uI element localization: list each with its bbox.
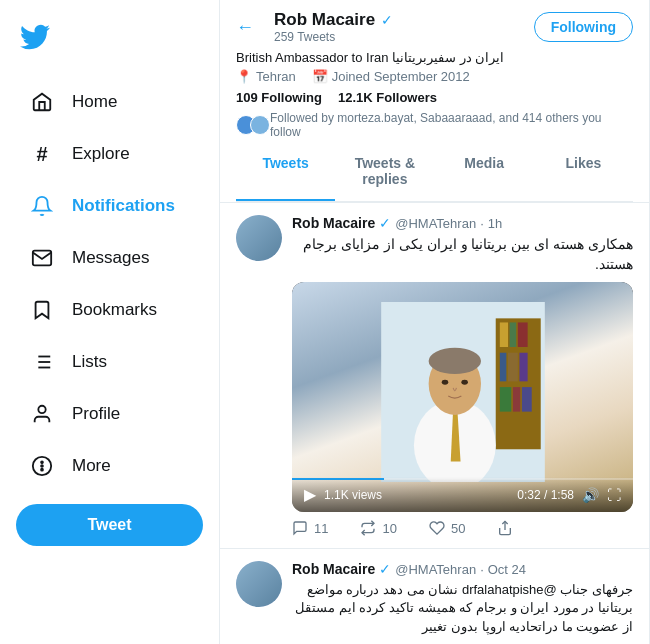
reply-action[interactable]: 11: [292, 520, 328, 536]
tweet-1-handle: @HMATehran: [395, 216, 476, 231]
tweet-2-body: Rob Macaire ✓ @HMATehran · Oct 24 جرفهای…: [292, 561, 633, 640]
tweet-1-video[interactable]: ▶ 1.1K views 0:32 / 1:58 🔊 ⛶: [292, 282, 633, 512]
tweet-1-header: Rob Macaire ✓ @HMATehran · 1h: [292, 215, 633, 231]
follower-avatars: [236, 115, 264, 135]
tweet-1-body: Rob Macaire ✓ @HMATehran · 1h همکاری هست…: [292, 215, 633, 536]
retweet-count: 10: [382, 521, 396, 536]
follower-avatar-2: [250, 115, 270, 135]
video-person: [373, 302, 553, 482]
sidebar-item-profile-label: Profile: [72, 404, 120, 424]
explore-icon: #: [28, 140, 56, 168]
tweet-2-avatar: [236, 561, 282, 607]
main-content: ← Rob Macaire ✓ 259 Tweets Following Bri…: [220, 0, 650, 644]
svg-rect-17: [508, 353, 518, 382]
tweet-2: Rob Macaire ✓ @HMATehran · Oct 24 جرفهای…: [220, 549, 649, 644]
bookmarks-icon: [28, 296, 56, 324]
share-action[interactable]: [497, 520, 513, 536]
svg-point-10: [41, 469, 43, 471]
sidebar-item-notifications[interactable]: Notifications: [8, 182, 211, 230]
sidebar: Home # Explore Notifications Messages Bo…: [0, 0, 220, 644]
retweet-action[interactable]: 10: [360, 520, 396, 536]
profile-meta: 📍 Tehran 📅 Joined September 2012: [236, 69, 633, 84]
more-icon: [28, 452, 56, 480]
tweet-2-handle: @HMATehran: [395, 562, 476, 577]
like-action[interactable]: 50: [429, 520, 465, 536]
profile-stats: 109 Following 12.1K Followers: [236, 90, 633, 105]
tab-likes[interactable]: Likes: [534, 143, 633, 201]
svg-rect-19: [499, 387, 510, 412]
location-meta: 📍 Tehran: [236, 69, 296, 84]
sidebar-item-messages[interactable]: Messages: [8, 234, 211, 282]
svg-point-6: [38, 406, 45, 413]
tab-tweets-replies[interactable]: Tweets & replies: [335, 143, 434, 201]
notifications-icon: [28, 192, 56, 220]
sidebar-item-lists-label: Lists: [72, 352, 107, 372]
profile-bio: British Ambassador to Iran ایران در سفیر…: [236, 50, 633, 65]
lists-icon: [28, 348, 56, 376]
sidebar-item-more-label: More: [72, 456, 111, 476]
tweet-1-verified: ✓: [379, 215, 391, 231]
tab-tweets[interactable]: Tweets: [236, 143, 335, 201]
sidebar-item-home[interactable]: Home: [8, 78, 211, 126]
tweet-count: 259 Tweets: [274, 30, 393, 44]
svg-rect-16: [499, 353, 506, 382]
messages-icon: [28, 244, 56, 272]
sidebar-item-home-label: Home: [72, 92, 117, 112]
tweet-2-author: Rob Macaire: [292, 561, 375, 577]
following-button[interactable]: Following: [534, 12, 633, 42]
sidebar-item-more[interactable]: More: [8, 442, 211, 490]
home-icon: [28, 88, 56, 116]
followed-by-text: Followed by morteza.bayat, Sabaaaraaad, …: [270, 111, 633, 139]
fullscreen-button[interactable]: ⛶: [607, 487, 621, 503]
following-stat[interactable]: 109 Following: [236, 90, 322, 105]
tweet-1-text: همکاری هسته ای بین بریتانیا و ایران یکی …: [292, 235, 633, 274]
profile-name: Rob Macaire: [274, 10, 375, 30]
followers-stat[interactable]: 12.1K Followers: [338, 90, 437, 105]
tweet-1-author: Rob Macaire: [292, 215, 375, 231]
like-count: 50: [451, 521, 465, 536]
svg-point-28: [461, 380, 468, 385]
tweet-button[interactable]: Tweet: [16, 504, 203, 546]
profile-icon: [28, 400, 56, 428]
joined-meta: 📅 Joined September 2012: [312, 69, 470, 84]
tweet-2-header: Rob Macaire ✓ @HMATehran · Oct 24: [292, 561, 633, 577]
verified-icon: ✓: [381, 12, 393, 28]
svg-rect-20: [512, 387, 519, 412]
sidebar-item-lists[interactable]: Lists: [8, 338, 211, 386]
location-icon: 📍: [236, 69, 252, 84]
tweet-1: Rob Macaire ✓ @HMATehran · 1h همکاری هست…: [220, 203, 649, 549]
volume-button[interactable]: 🔊: [582, 487, 599, 503]
tweet-2-verified: ✓: [379, 561, 391, 577]
video-controls[interactable]: ▶ 1.1K views 0:32 / 1:58 🔊 ⛶: [292, 477, 633, 512]
svg-rect-15: [517, 323, 527, 348]
video-timestamp: 0:32 / 1:58: [517, 488, 574, 502]
play-button[interactable]: ▶: [304, 485, 316, 504]
svg-rect-14: [509, 323, 516, 348]
tweet-2-text: جرفهای جناب @drfalahatpishe نشان می دهد …: [292, 581, 633, 636]
sidebar-item-notifications-label: Notifications: [72, 196, 175, 216]
tweet-1-time: 1h: [488, 216, 502, 231]
tweet-2-time: Oct 24: [488, 562, 526, 577]
sidebar-item-messages-label: Messages: [72, 248, 149, 268]
sidebar-item-explore-label: Explore: [72, 144, 130, 164]
profile-tabs: Tweets Tweets & replies Media Likes: [236, 143, 633, 202]
svg-rect-18: [519, 353, 527, 382]
back-button[interactable]: ←: [236, 17, 254, 38]
reply-count: 11: [314, 521, 328, 536]
svg-point-27: [441, 380, 448, 385]
svg-point-26: [428, 348, 480, 374]
sidebar-item-explore[interactable]: # Explore: [8, 130, 211, 178]
tab-media[interactable]: Media: [435, 143, 534, 201]
svg-point-9: [41, 465, 43, 467]
sidebar-item-bookmarks[interactable]: Bookmarks: [8, 286, 211, 334]
profile-header: ← Rob Macaire ✓ 259 Tweets Following Bri…: [220, 0, 649, 203]
calendar-icon: 📅: [312, 69, 328, 84]
svg-rect-21: [521, 387, 531, 412]
followed-by-row: Followed by morteza.bayat, Sabaaaraaad, …: [236, 111, 633, 139]
tweet-1-avatar: [236, 215, 282, 261]
sidebar-item-profile[interactable]: Profile: [8, 390, 211, 438]
svg-rect-13: [499, 323, 507, 348]
svg-point-8: [41, 461, 43, 463]
video-views: 1.1K views: [324, 488, 509, 502]
twitter-logo[interactable]: [0, 10, 219, 68]
